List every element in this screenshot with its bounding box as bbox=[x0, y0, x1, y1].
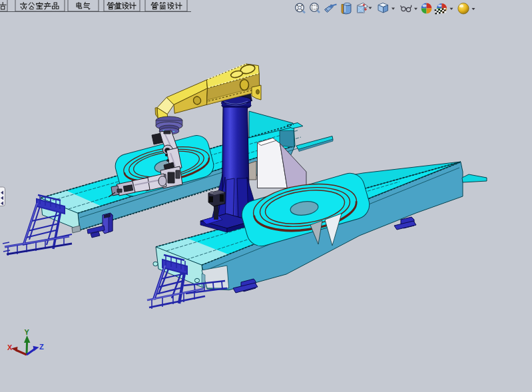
svg-text:X: X bbox=[7, 343, 13, 351]
svg-text:Z: Z bbox=[39, 343, 44, 351]
svg-text:Y: Y bbox=[25, 328, 30, 336]
